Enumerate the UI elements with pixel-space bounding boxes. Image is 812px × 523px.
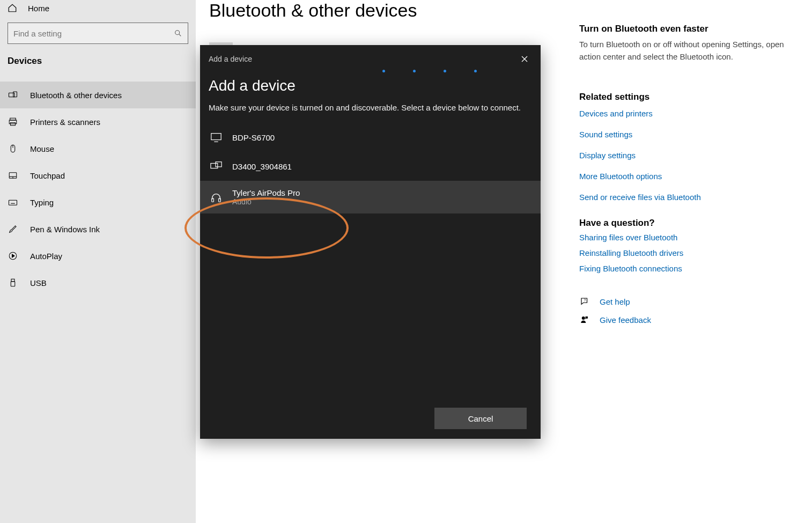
sidebar-item-label: Printers & scanners	[30, 117, 100, 127]
device-item-d3400[interactable]: D3400_3904861	[209, 152, 532, 181]
get-help-link[interactable]: Get help	[600, 297, 630, 306]
svg-point-0	[175, 31, 180, 35]
bluetooth-devices-icon	[8, 90, 18, 100]
search-icon	[174, 29, 182, 38]
svg-rect-30	[219, 198, 221, 201]
tip-text: To turn Bluetooth on or off without open…	[579, 39, 788, 63]
sidebar-item-printers[interactable]: Printers & scanners	[0, 108, 196, 135]
question-links: Sharing files over Bluetooth Reinstallin…	[579, 233, 788, 273]
svg-rect-2	[9, 93, 15, 97]
sidebar-item-autoplay[interactable]: AutoPlay	[0, 242, 196, 269]
mouse-icon	[8, 144, 18, 153]
link-sharing-files[interactable]: Sharing files over Bluetooth	[579, 233, 788, 242]
dialog-titlebar: Add a device	[200, 45, 541, 73]
screens-icon	[209, 160, 224, 172]
search-input[interactable]	[13, 29, 174, 38]
link-sound-settings[interactable]: Sound settings	[579, 130, 788, 139]
svg-rect-27	[211, 164, 218, 168]
link-display-settings[interactable]: Display settings	[579, 151, 788, 160]
cancel-button[interactable]: Cancel	[434, 408, 527, 429]
give-feedback-link[interactable]: Give feedback	[600, 315, 651, 325]
link-send-receive-files[interactable]: Send or receive files via Bluetooth	[579, 193, 788, 202]
device-item-airpods[interactable]: Tyler's AirPods Pro Audio	[200, 181, 541, 213]
svg-rect-12	[9, 200, 17, 205]
help-icon: ?	[579, 297, 590, 306]
device-subtitle: Audio	[232, 197, 300, 206]
device-item-bdp[interactable]: BDP-S6700	[209, 123, 532, 152]
home-button[interactable]: Home	[0, 0, 196, 23]
device-name: Tyler's AirPods Pro	[232, 188, 300, 197]
keyboard-icon	[8, 197, 18, 207]
sidebar-item-label: Pen & Windows Ink	[30, 225, 100, 234]
sidebar-item-typing[interactable]: Typing	[0, 189, 196, 216]
device-name: BDP-S6700	[232, 133, 275, 142]
svg-line-1	[179, 34, 181, 36]
autoplay-icon	[8, 251, 18, 261]
link-more-bluetooth[interactable]: More Bluetooth options	[579, 172, 788, 181]
svg-rect-29	[212, 198, 214, 201]
dialog-close-button[interactable]	[513, 50, 536, 68]
sidebar-item-touchpad[interactable]: Touchpad	[0, 162, 196, 189]
add-device-dialog: Add a device Add a device Make sure your…	[200, 45, 541, 439]
question-heading: Have a question?	[579, 218, 788, 229]
close-icon	[521, 56, 528, 62]
page-title: Bluetooth & other devices	[209, 0, 791, 21]
sidebar-item-label: AutoPlay	[30, 252, 62, 261]
feedback-icon	[579, 315, 590, 325]
printer-icon	[8, 117, 18, 127]
sidebar-item-label: Bluetooth & other devices	[30, 91, 122, 100]
related-links: Devices and printers Sound settings Disp…	[579, 109, 788, 202]
get-help-row[interactable]: ? Get help	[579, 297, 788, 306]
svg-rect-20	[11, 282, 15, 286]
usb-icon	[8, 278, 18, 288]
sidebar-item-label: Mouse	[30, 144, 54, 153]
monitor-icon	[209, 131, 224, 143]
sidebar-item-usb[interactable]: USB	[0, 269, 196, 296]
dialog-heading: Add a device	[209, 77, 532, 94]
tip-heading: Turn on Bluetooth even faster	[579, 24, 788, 34]
headphones-icon	[209, 191, 224, 203]
touchpad-icon	[8, 171, 18, 180]
progress-indicator	[200, 70, 541, 74]
sidebar-item-label: Touchpad	[30, 171, 65, 180]
sidebar-item-label: Typing	[30, 198, 54, 207]
home-label: Home	[28, 4, 49, 13]
svg-point-22	[582, 316, 585, 320]
svg-rect-4	[10, 118, 16, 120]
dialog-titlebar-text: Add a device	[209, 55, 252, 63]
sidebar-item-label: USB	[30, 278, 47, 288]
sidebar-item-mouse[interactable]: Mouse	[0, 135, 196, 162]
link-fix-connections[interactable]: Fixing Bluetooth connections	[579, 264, 788, 273]
link-devices-printers[interactable]: Devices and printers	[579, 109, 788, 118]
home-icon	[8, 3, 17, 13]
link-reinstall-drivers[interactable]: Reinstalling Bluetooth drivers	[579, 248, 788, 257]
search-input-container[interactable]	[8, 23, 188, 44]
sidebar-item-pen[interactable]: Pen & Windows Ink	[0, 216, 196, 242]
sidebar-item-bluetooth[interactable]: Bluetooth & other devices	[0, 82, 196, 108]
give-feedback-row[interactable]: Give feedback	[579, 315, 788, 325]
sidebar-section-title: Devices	[0, 56, 196, 82]
svg-rect-25	[211, 134, 221, 140]
settings-sidebar: Home Devices Bluetooth & other devices P…	[0, 0, 196, 523]
related-heading: Related settings	[579, 92, 788, 102]
dialog-subtitle: Make sure your device is turned on and d…	[209, 102, 532, 113]
svg-rect-28	[216, 162, 222, 167]
svg-rect-19	[11, 279, 14, 282]
svg-rect-3	[13, 92, 17, 97]
right-panel: Turn on Bluetooth even faster To turn Bl…	[579, 24, 788, 325]
svg-text:?: ?	[584, 298, 586, 302]
pen-icon	[8, 224, 18, 234]
device-name: D3400_3904861	[232, 162, 292, 171]
